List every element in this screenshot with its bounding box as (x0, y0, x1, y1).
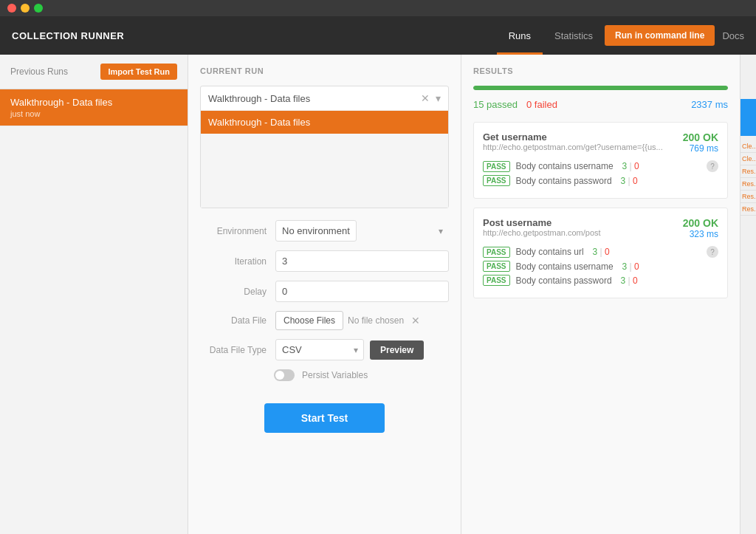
stats-left: 15 passed 0 failed (473, 99, 557, 110)
stat-failed: 0 failed (526, 99, 557, 110)
test-row-2-1: PASS Body contains url 3 | 0 ? (483, 246, 718, 258)
sidebar-item-time: just now (10, 109, 177, 118)
stat-passed: 15 passed (473, 99, 518, 110)
result-status-2: 200 OK (683, 217, 718, 229)
iteration-row: Iteration (200, 250, 449, 272)
sidebar-item-walkthrough[interactable]: Walkthrough - Data files just now (0, 89, 188, 126)
result-item-header-1: Get username http://echo.getpostman.com/… (483, 131, 718, 157)
results-label: RESULTS (473, 66, 728, 75)
selected-collection-item[interactable]: Walkthrough - Data files (201, 111, 448, 134)
pass-badge: PASS (483, 161, 510, 172)
no-file-text: No file chosen (348, 315, 404, 326)
right-strip-blue (740, 99, 756, 136)
delay-input[interactable] (275, 281, 449, 302)
right-label-2: Cle... (740, 153, 756, 165)
pass-badge: PASS (483, 261, 510, 272)
close-icon[interactable]: ✕ (421, 92, 430, 104)
clear-file-icon[interactable]: ✕ (411, 315, 420, 326)
result-status-time-1: 200 OK 769 ms (683, 131, 718, 154)
data-file-input-area: Choose Files No file chosen ✕ (275, 311, 420, 330)
collection-selector: Walkthrough - Data files ✕ ▾ Walkthrough… (200, 86, 449, 208)
iteration-label: Iteration (200, 256, 267, 267)
result-name-1: Get username http://echo.getpostman.com/… (483, 131, 663, 157)
maximize-button[interactable] (34, 4, 43, 13)
collection-selector-actions: ✕ ▾ (421, 92, 441, 104)
import-test-run-button[interactable]: Import Test Run (100, 64, 177, 80)
result-name-2: Post username http://echo.getpostman.com… (483, 217, 601, 243)
persist-variables-row: Persist Variables (274, 369, 449, 381)
environment-label: Environment (200, 226, 267, 236)
app-title: COLLECTION RUNNER (12, 30, 467, 41)
minimize-button[interactable] (21, 4, 30, 13)
sidebar-item-name: Walkthrough - Data files (10, 97, 177, 108)
help-icon[interactable]: ? (707, 160, 718, 172)
data-file-type-row: Data File Type CSV JSON Preview (200, 339, 449, 360)
sidebar: Previous Runs Import Test Run Walkthroug… (0, 55, 188, 534)
collection-empty-area (201, 134, 448, 208)
data-file-type-select-wrapper: CSV JSON (275, 339, 364, 360)
data-file-type-select[interactable]: CSV JSON (275, 339, 364, 360)
environment-select-wrapper: No environment (275, 220, 449, 242)
current-run-panel: CURRENT RUN Walkthrough - Data files ✕ ▾… (188, 55, 461, 534)
data-file-type-input-area: CSV JSON Preview (275, 339, 424, 360)
test-row-1-1: PASS Body contains username 3 | 0 ? (483, 160, 718, 172)
collection-name: Walkthrough - Data files (208, 93, 421, 104)
iteration-input[interactable] (275, 250, 449, 272)
choose-files-button[interactable]: Choose Files (275, 311, 343, 330)
result-status-1: 200 OK (683, 131, 718, 143)
data-file-label: Data File (200, 315, 267, 326)
result-item-get-username: Get username http://echo.getpostman.com/… (473, 122, 728, 199)
test-row-2-2: PASS Body contains username 3 | 0 (483, 261, 718, 272)
help-icon-2[interactable]: ? (707, 246, 718, 258)
progress-bar-fill (473, 86, 728, 90)
preview-button[interactable]: Preview (370, 340, 424, 360)
tab-statistics[interactable]: Statistics (543, 16, 605, 55)
stats-row: 15 passed 0 failed 2337 ms (473, 99, 728, 110)
right-strip-labels: Cle... Cle... Res... Res... Res... Res..… (740, 136, 756, 216)
right-label-3: Res... (740, 165, 756, 178)
stat-total-time: 2337 ms (691, 99, 728, 110)
header-tabs: Runs Statistics (497, 16, 605, 55)
data-file-row: Data File Choose Files No file chosen ✕ (200, 311, 449, 330)
titlebar (0, 0, 756, 16)
result-status-time-2: 200 OK 323 ms (683, 217, 718, 239)
result-item-header-2: Post username http://echo.getpostman.com… (483, 217, 718, 243)
close-button[interactable] (7, 4, 16, 13)
collection-selector-header: Walkthrough - Data files ✕ ▾ (201, 86, 448, 111)
persist-variables-toggle[interactable] (274, 369, 295, 381)
delay-label: Delay (200, 287, 267, 297)
right-strip: Cle... Cle... Res... Res... Res... Res..… (740, 55, 756, 534)
current-run-label: CURRENT RUN (200, 66, 449, 75)
delay-row: Delay (200, 281, 449, 302)
run-in-command-line-button[interactable]: Run in command line (605, 25, 715, 46)
chevron-down-icon[interactable]: ▾ (436, 92, 441, 104)
app-header: COLLECTION RUNNER Runs Statistics Run in… (0, 16, 756, 55)
environment-row: Environment No environment (200, 220, 449, 242)
content-area: CURRENT RUN Walkthrough - Data files ✕ ▾… (188, 55, 756, 534)
docs-button[interactable]: Docs (722, 30, 744, 41)
start-test-row: Start Test (200, 396, 449, 433)
pass-badge: PASS (483, 175, 510, 186)
results-panel: RESULTS 15 passed 0 failed 2337 ms Get u… (461, 55, 740, 534)
result-time-2: 323 ms (683, 229, 718, 239)
right-label-6: Res... (740, 203, 756, 216)
tab-runs[interactable]: Runs (497, 16, 543, 55)
pass-badge: PASS (483, 275, 510, 286)
pass-badge: PASS (483, 247, 510, 258)
result-time-1: 769 ms (683, 143, 718, 154)
persist-variables-label: Persist Variables (302, 370, 368, 380)
progress-bar-container (473, 86, 728, 90)
sidebar-header: Previous Runs Import Test Run (0, 55, 188, 89)
right-label-5: Res... (740, 191, 756, 203)
header-actions: Run in command line Docs (605, 25, 744, 46)
environment-select[interactable]: No environment (275, 220, 357, 242)
previous-runs-label: Previous Runs (10, 66, 68, 77)
right-label-1: Cle... (740, 140, 756, 153)
start-test-button[interactable]: Start Test (264, 403, 385, 433)
test-row-1-2: PASS Body contains password 3 | 0 (483, 175, 718, 186)
right-label-4: Res... (740, 178, 756, 191)
result-item-post-username: Post username http://echo.getpostman.com… (473, 208, 728, 298)
data-file-type-label: Data File Type (200, 345, 267, 355)
test-row-2-3: PASS Body contains password 3 | 0 (483, 275, 718, 286)
main-layout: Previous Runs Import Test Run Walkthroug… (0, 55, 756, 534)
